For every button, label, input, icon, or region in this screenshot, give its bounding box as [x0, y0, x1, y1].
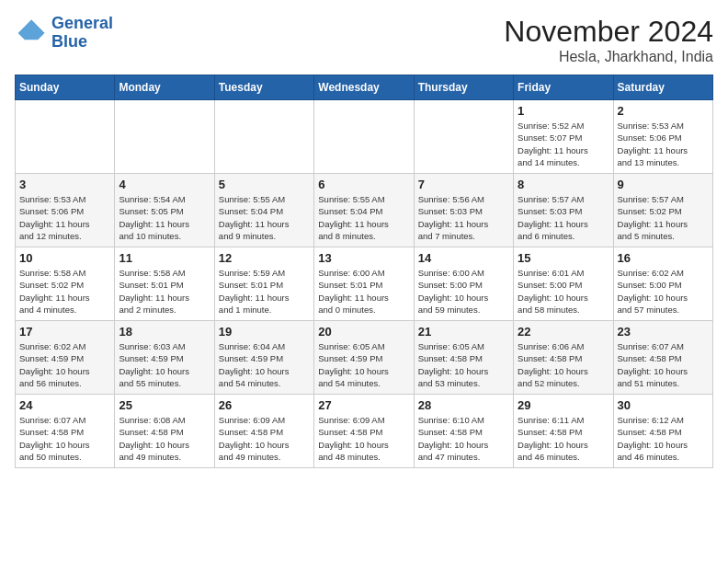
calendar-week-row: 17Sunrise: 6:02 AM Sunset: 4:59 PM Dayli…	[16, 321, 713, 395]
day-info: Sunrise: 5:52 AM Sunset: 5:07 PM Dayligh…	[518, 120, 609, 168]
page-header: General Blue November 2024 Hesla, Jharkh…	[15, 15, 713, 65]
calendar-cell: 21Sunrise: 6:05 AM Sunset: 4:58 PM Dayli…	[414, 321, 513, 395]
day-info: Sunrise: 6:06 AM Sunset: 4:58 PM Dayligh…	[518, 340, 609, 389]
day-info: Sunrise: 6:00 AM Sunset: 5:00 PM Dayligh…	[418, 267, 509, 316]
calendar-table: SundayMondayTuesdayWednesdayThursdayFrid…	[15, 75, 713, 468]
day-info: Sunrise: 6:00 AM Sunset: 5:01 PM Dayligh…	[318, 267, 409, 316]
weekday-header: Friday	[514, 75, 613, 100]
calendar-cell: 4Sunrise: 5:54 AM Sunset: 5:05 PM Daylig…	[115, 174, 214, 247]
logo-icon	[15, 17, 48, 50]
day-info: Sunrise: 5:53 AM Sunset: 5:06 PM Dayligh…	[618, 120, 709, 168]
day-number: 2	[618, 104, 709, 118]
day-info: Sunrise: 6:02 AM Sunset: 4:59 PM Dayligh…	[19, 340, 110, 389]
day-info: Sunrise: 6:04 AM Sunset: 4:59 PM Dayligh…	[219, 340, 310, 389]
calendar-cell: 12Sunrise: 5:59 AM Sunset: 5:01 PM Dayli…	[214, 247, 313, 321]
calendar-cell: 14Sunrise: 6:00 AM Sunset: 5:00 PM Dayli…	[414, 247, 513, 321]
calendar-cell: 9Sunrise: 5:57 AM Sunset: 5:02 PM Daylig…	[613, 174, 712, 247]
day-number: 23	[618, 325, 709, 339]
day-info: Sunrise: 5:58 AM Sunset: 5:01 PM Dayligh…	[119, 267, 210, 316]
calendar-cell: 6Sunrise: 5:55 AM Sunset: 5:04 PM Daylig…	[314, 174, 414, 247]
weekday-header: Tuesday	[214, 75, 313, 100]
day-number: 26	[219, 398, 310, 412]
day-info: Sunrise: 6:05 AM Sunset: 4:59 PM Dayligh…	[318, 340, 409, 389]
calendar-cell: 5Sunrise: 5:55 AM Sunset: 5:04 PM Daylig…	[214, 174, 313, 247]
calendar-cell: 8Sunrise: 5:57 AM Sunset: 5:03 PM Daylig…	[514, 174, 613, 247]
calendar-cell: 27Sunrise: 6:09 AM Sunset: 4:58 PM Dayli…	[314, 395, 414, 468]
calendar-cell	[115, 100, 214, 174]
weekday-header: Wednesday	[314, 75, 414, 100]
day-number: 25	[119, 398, 210, 412]
day-number: 10	[19, 251, 110, 265]
calendar-cell: 23Sunrise: 6:07 AM Sunset: 4:58 PM Dayli…	[613, 321, 712, 395]
day-number: 3	[19, 178, 110, 191]
calendar-cell	[414, 100, 513, 174]
calendar-cell: 26Sunrise: 6:09 AM Sunset: 4:58 PM Dayli…	[214, 395, 313, 468]
day-number: 1	[518, 104, 609, 118]
month-title: November 2024	[504, 15, 713, 49]
weekday-header: Monday	[115, 75, 214, 100]
day-info: Sunrise: 5:56 AM Sunset: 5:03 PM Dayligh…	[418, 193, 509, 242]
day-number: 12	[219, 251, 310, 265]
calendar-cell	[16, 100, 115, 174]
day-number: 4	[119, 178, 210, 191]
calendar-cell: 1Sunrise: 5:52 AM Sunset: 5:07 PM Daylig…	[514, 100, 613, 174]
day-number: 21	[418, 325, 509, 339]
calendar-cell: 19Sunrise: 6:04 AM Sunset: 4:59 PM Dayli…	[214, 321, 313, 395]
calendar-cell: 24Sunrise: 6:07 AM Sunset: 4:58 PM Dayli…	[16, 395, 115, 468]
day-number: 24	[19, 398, 110, 412]
day-info: Sunrise: 5:53 AM Sunset: 5:06 PM Dayligh…	[19, 193, 110, 242]
day-info: Sunrise: 5:57 AM Sunset: 5:02 PM Dayligh…	[618, 193, 709, 242]
day-info: Sunrise: 6:07 AM Sunset: 4:58 PM Dayligh…	[19, 414, 110, 463]
calendar-week-row: 10Sunrise: 5:58 AM Sunset: 5:02 PM Dayli…	[16, 247, 713, 321]
day-info: Sunrise: 6:03 AM Sunset: 4:59 PM Dayligh…	[119, 340, 210, 389]
day-number: 27	[318, 398, 409, 412]
day-info: Sunrise: 6:11 AM Sunset: 4:58 PM Dayligh…	[518, 414, 609, 463]
calendar-cell: 16Sunrise: 6:02 AM Sunset: 5:00 PM Dayli…	[613, 247, 712, 321]
day-number: 18	[119, 325, 210, 339]
day-number: 16	[618, 251, 709, 265]
day-number: 29	[518, 398, 609, 412]
calendar-cell	[314, 100, 414, 174]
day-info: Sunrise: 6:02 AM Sunset: 5:00 PM Dayligh…	[618, 267, 709, 316]
calendar-cell: 25Sunrise: 6:08 AM Sunset: 4:58 PM Dayli…	[115, 395, 214, 468]
day-info: Sunrise: 5:59 AM Sunset: 5:01 PM Dayligh…	[219, 267, 310, 316]
calendar-cell: 2Sunrise: 5:53 AM Sunset: 5:06 PM Daylig…	[613, 100, 712, 174]
calendar-cell: 7Sunrise: 5:56 AM Sunset: 5:03 PM Daylig…	[414, 174, 513, 247]
day-info: Sunrise: 5:55 AM Sunset: 5:04 PM Dayligh…	[318, 193, 409, 242]
calendar-cell: 15Sunrise: 6:01 AM Sunset: 5:00 PM Dayli…	[514, 247, 613, 321]
svg-marker-1	[18, 19, 45, 40]
day-number: 22	[518, 325, 609, 339]
calendar-cell: 20Sunrise: 6:05 AM Sunset: 4:59 PM Dayli…	[314, 321, 414, 395]
day-number: 9	[618, 178, 709, 191]
day-info: Sunrise: 6:07 AM Sunset: 4:58 PM Dayligh…	[618, 340, 709, 389]
day-number: 19	[219, 325, 310, 339]
day-number: 28	[418, 398, 509, 412]
calendar-week-row: 1Sunrise: 5:52 AM Sunset: 5:07 PM Daylig…	[16, 100, 713, 174]
weekday-header: Saturday	[613, 75, 712, 100]
logo: General Blue	[15, 15, 113, 52]
day-number: 6	[318, 178, 409, 191]
location-title: Hesla, Jharkhand, India	[504, 49, 713, 65]
calendar-cell: 11Sunrise: 5:58 AM Sunset: 5:01 PM Dayli…	[115, 247, 214, 321]
day-info: Sunrise: 6:10 AM Sunset: 4:58 PM Dayligh…	[418, 414, 509, 463]
day-number: 8	[518, 178, 609, 191]
day-number: 20	[318, 325, 409, 339]
calendar-cell: 30Sunrise: 6:12 AM Sunset: 4:58 PM Dayli…	[613, 395, 712, 468]
weekday-header: Thursday	[414, 75, 513, 100]
day-number: 13	[318, 251, 409, 265]
day-number: 5	[219, 178, 310, 191]
day-number: 11	[119, 251, 210, 265]
calendar-cell: 22Sunrise: 6:06 AM Sunset: 4:58 PM Dayli…	[514, 321, 613, 395]
day-info: Sunrise: 6:05 AM Sunset: 4:58 PM Dayligh…	[418, 340, 509, 389]
calendar-cell: 13Sunrise: 6:00 AM Sunset: 5:01 PM Dayli…	[314, 247, 414, 321]
weekday-header: Sunday	[16, 75, 115, 100]
calendar-cell: 10Sunrise: 5:58 AM Sunset: 5:02 PM Dayli…	[16, 247, 115, 321]
day-info: Sunrise: 6:01 AM Sunset: 5:00 PM Dayligh…	[518, 267, 609, 316]
day-info: Sunrise: 6:09 AM Sunset: 4:58 PM Dayligh…	[318, 414, 409, 463]
calendar-cell: 29Sunrise: 6:11 AM Sunset: 4:58 PM Dayli…	[514, 395, 613, 468]
calendar-week-row: 24Sunrise: 6:07 AM Sunset: 4:58 PM Dayli…	[16, 395, 713, 468]
calendar-header: SundayMondayTuesdayWednesdayThursdayFrid…	[16, 75, 713, 100]
day-info: Sunrise: 5:54 AM Sunset: 5:05 PM Dayligh…	[119, 193, 210, 242]
calendar-cell: 18Sunrise: 6:03 AM Sunset: 4:59 PM Dayli…	[115, 321, 214, 395]
day-info: Sunrise: 6:09 AM Sunset: 4:58 PM Dayligh…	[219, 414, 310, 463]
